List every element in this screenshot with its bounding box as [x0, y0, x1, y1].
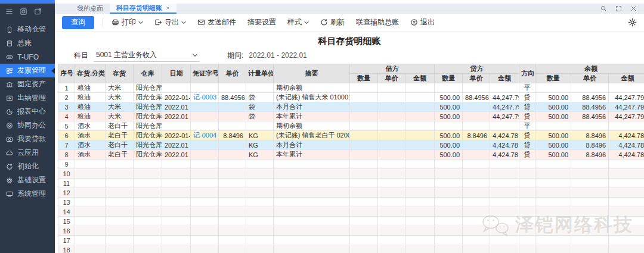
sidebar-item-0[interactable]: 移动仓管 — [0, 23, 55, 36]
table-cell — [378, 140, 405, 150]
table-cell — [435, 217, 463, 226]
table-cell — [378, 188, 405, 198]
col-item: 存货 — [106, 64, 134, 83]
table-cell: 老白干 — [106, 150, 134, 160]
sidebar-item-10[interactable]: 初始化 — [0, 160, 55, 173]
voucher-link[interactable]: 记-0004 — [193, 132, 216, 139]
settings-gear-icon[interactable] — [628, 18, 637, 27]
col-credit-price: 单价 — [463, 74, 490, 83]
table-cell — [350, 245, 378, 253]
workbench-icon[interactable] — [20, 8, 27, 15]
fullscreen-icon[interactable] — [615, 5, 622, 12]
sidebar-item-9[interactable]: 云应用 — [0, 146, 55, 160]
table-row[interactable]: 1粮油大米阳光仓库期初余额平 — [58, 83, 644, 93]
toolbar-button-1[interactable]: 导出 — [154, 17, 186, 27]
cashier-icon — [6, 95, 13, 102]
table-cell — [435, 179, 463, 188]
sidebar-item-12[interactable]: 系统管理 — [0, 187, 55, 201]
new-window-icon[interactable] — [34, 8, 42, 15]
toolbar-button-7[interactable]: 退出 — [410, 17, 435, 27]
table-cell — [106, 179, 134, 188]
sidebar-item-6[interactable]: 报表中心 — [0, 105, 55, 118]
table-row[interactable]: 6酒水老白干阳光仓库2022-01-03记-00048.8496KG(未记账) … — [58, 131, 644, 140]
table-cell — [246, 236, 274, 245]
table-row[interactable]: 16 — [58, 226, 644, 236]
table-cell — [219, 102, 246, 112]
toolbar-button-6[interactable]: 联查辅助总账 — [356, 17, 399, 27]
table-row[interactable]: 3粮油大米阳光仓库2022.01袋本月合计500.0044,247.79贷500… — [58, 102, 644, 112]
table-cell — [519, 245, 535, 253]
table-cell — [378, 93, 405, 102]
toolbar-button-5[interactable]: 刷新 — [320, 17, 345, 27]
query-button[interactable]: 查询 — [62, 16, 94, 29]
hamburger-menu-icon[interactable] — [5, 8, 13, 15]
table-cell — [106, 236, 134, 245]
table-row[interactable]: 15 — [58, 217, 644, 226]
table-cell: 大米 — [106, 112, 134, 121]
row-seq: 9 — [58, 160, 75, 169]
table-row[interactable]: 8酒水老白干阳光仓库2022.01KG本年累计500.004,424.78贷50… — [58, 150, 644, 160]
table-row[interactable]: 12 — [58, 188, 644, 198]
table-cell — [162, 198, 191, 207]
table-cell: 500.00 — [435, 102, 463, 112]
table-cell — [191, 160, 219, 169]
col-voucher: 凭证字号 — [191, 64, 219, 83]
close-icon[interactable] — [630, 5, 637, 12]
table-cell — [274, 217, 350, 226]
tab-close-icon[interactable] — [166, 6, 170, 10]
sidebar-item-8[interactable]: 我要贷款 — [0, 132, 55, 146]
table-cell — [162, 217, 191, 226]
invoice-icon — [6, 67, 13, 74]
table-cell: 老白干 — [106, 131, 134, 140]
table-cell — [463, 245, 490, 253]
table-row[interactable]: 10 — [58, 169, 644, 179]
table-cell: 阳光仓库 — [134, 93, 162, 102]
table-cell — [535, 236, 571, 245]
table-cell: 500.00 — [535, 93, 571, 102]
table-cell — [219, 188, 246, 198]
toolbar-button-2[interactable]: 发送邮件 — [197, 17, 236, 27]
tab-1[interactable]: 科目存货明细账 — [110, 4, 177, 14]
sidebar-item-11[interactable]: 基础设置 — [0, 173, 55, 187]
table-cell: 本月合计 — [274, 102, 350, 112]
table-cell — [350, 102, 378, 112]
sidebar-item-5[interactable]: 出纳管理 — [0, 91, 55, 105]
table-cell — [75, 236, 106, 245]
table-cell: 8.8496 — [219, 131, 246, 140]
toolbar-button-label: 样式 — [287, 17, 302, 27]
subject-select[interactable]: 5001 主营业务收入 — [94, 49, 200, 62]
table-row[interactable]: 11 — [58, 179, 644, 188]
table-cell — [350, 179, 378, 188]
sidebar-item-2[interactable]: T-UFO — [0, 50, 55, 64]
toolbar-button-3[interactable]: 摘要设置 — [247, 17, 276, 27]
table-row[interactable]: 5酒水老白干阳光仓库期初余额平 — [58, 121, 644, 131]
table-cell — [134, 188, 162, 198]
voucher-link[interactable]: 记-0003 — [193, 93, 216, 101]
sidebar-item-7[interactable]: 协同办公 — [0, 118, 55, 132]
sidebar-item-label: 云应用 — [17, 148, 39, 158]
table-cell — [463, 207, 490, 217]
mobile-warehouse-icon — [6, 26, 13, 33]
table-row[interactable]: 7酒水老白干阳光仓库2022.01KG本月合计500.004,424.78贷50… — [58, 140, 644, 150]
table-cell — [378, 131, 405, 140]
sidebar-item-3[interactable]: 发票管理 — [0, 64, 55, 77]
toolbar-button-label: 摘要设置 — [247, 17, 276, 27]
table-cell — [435, 198, 463, 207]
toolbar-button-0[interactable]: 打印 — [112, 17, 143, 27]
table-cell — [162, 160, 191, 169]
table-row[interactable]: 4粮油大米阳光仓库2022.01袋本年累计500.0044,247.79贷500… — [58, 112, 644, 121]
table-cell — [378, 198, 405, 207]
table-row[interactable]: 17 — [58, 236, 644, 245]
table-cell — [435, 245, 463, 253]
sidebar-item-4[interactable]: 固定资产 — [0, 77, 55, 91]
table-row[interactable]: 2粮油大米阳光仓库2022-01-03记-000388.4956袋(未记账) 销… — [58, 93, 644, 102]
toolbar-button-4[interactable]: 样式 — [287, 17, 309, 27]
table-row[interactable]: 13 — [58, 198, 644, 207]
table-row[interactable]: 18 — [58, 245, 644, 253]
table-row[interactable]: 14 — [58, 207, 644, 217]
tab-0[interactable]: 我的桌面 — [70, 4, 110, 14]
table-row[interactable]: 9 — [58, 160, 644, 169]
search-icon[interactable] — [600, 5, 607, 12]
table-cell — [75, 207, 106, 217]
sidebar-item-1[interactable]: 总账 — [0, 36, 55, 50]
